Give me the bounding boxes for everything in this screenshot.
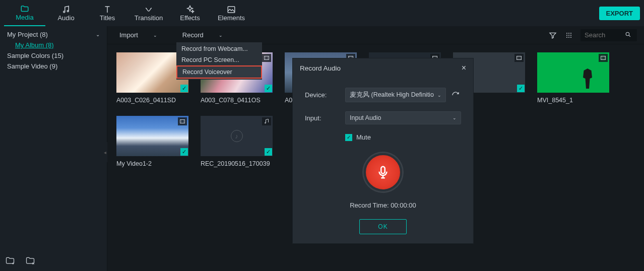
clip-label: A003_C078_0411OS <box>201 97 273 104</box>
svg-rect-25 <box>517 56 522 60</box>
record-time: Record Time: 00:00:00 <box>305 201 461 209</box>
import-label: Import <box>119 31 138 39</box>
media-clip[interactable]: ♪✓REC_20190516_170039 <box>201 116 273 167</box>
record-time-value: 00:00:00 <box>391 201 416 209</box>
sidebar-video[interactable]: Sample Video (9) <box>0 61 107 72</box>
new-folder-icon[interactable] <box>5 256 15 266</box>
content-toolbar: Import ⌄ Record ⌄ <box>107 26 644 44</box>
clip-label: REC_20190516_170039 <box>201 160 273 167</box>
record-label: Record <box>182 31 204 39</box>
close-icon[interactable]: × <box>462 63 466 73</box>
tool-effects[interactable]: Effects <box>169 0 211 26</box>
record-audio-modal: Record Audio × Device: 麦克风 (Realtek High… <box>292 58 474 244</box>
music-icon <box>61 5 71 14</box>
tool-elements-label: Elements <box>218 14 245 22</box>
tool-media[interactable]: Media <box>4 0 45 26</box>
device-label: Device: <box>305 91 345 99</box>
tool-titles[interactable]: Titles <box>87 0 128 26</box>
chevron-down-icon: ⌄ <box>153 33 157 38</box>
svg-point-6 <box>566 35 567 36</box>
record-button[interactable] <box>364 153 402 191</box>
sidebar-colors-label: Sample Colors (15) <box>7 52 63 59</box>
tool-elements[interactable]: Elements <box>211 0 252 26</box>
device-value: 麦克风 (Realtek High Definitio <box>350 91 434 99</box>
search-input[interactable] <box>581 29 637 41</box>
media-clip[interactable]: MVI_8545_1 <box>537 52 609 104</box>
input-value: Input Audio <box>350 114 381 121</box>
image-icon <box>227 5 236 14</box>
ok-button[interactable]: OK <box>359 219 407 234</box>
svg-point-9 <box>566 37 567 38</box>
record-voiceover-item[interactable]: Record Voiceover <box>176 65 262 79</box>
sidebar-album[interactable]: My Album (8) <box>0 40 107 50</box>
sidebar-project[interactable]: My Project (8) ⌄ <box>0 29 107 40</box>
record-time-label: Record Time: <box>350 201 389 209</box>
tool-transition[interactable]: Transition <box>128 0 169 26</box>
chevron-down-icon: ⌄ <box>437 93 441 98</box>
sidebar-colors[interactable]: Sample Colors (15) <box>0 50 107 61</box>
record-webcam-item[interactable]: Record from Webcam... <box>176 43 262 54</box>
tool-titles-label: Titles <box>100 14 115 22</box>
film-icon <box>262 54 271 62</box>
modal-title-text: Record Audio <box>300 64 341 72</box>
svg-point-12 <box>626 32 629 35</box>
text-icon <box>103 5 112 14</box>
check-icon: ✓ <box>517 85 525 92</box>
clip-label: MVI_8545_1 <box>537 97 609 104</box>
sidebar-video-label: Sample Video (9) <box>7 62 57 70</box>
tool-audio[interactable]: Audio <box>45 0 87 26</box>
record-dropdown[interactable]: Record ⌄ <box>177 29 228 41</box>
mute-label: Mute <box>356 133 371 141</box>
transition-icon <box>144 5 153 14</box>
export-button[interactable]: EXPORT <box>599 7 640 20</box>
chevron-down-icon: ⌄ <box>453 115 457 120</box>
tool-audio-label: Audio <box>57 14 74 22</box>
input-select[interactable]: Input Audio ⌄ <box>345 111 461 124</box>
refresh-icon[interactable] <box>450 90 461 101</box>
svg-rect-28 <box>601 56 606 60</box>
grid-view-icon[interactable] <box>564 31 573 40</box>
svg-rect-16 <box>265 56 269 60</box>
mute-checkbox[interactable]: ✓ <box>345 134 352 141</box>
svg-point-4 <box>568 33 569 34</box>
svg-point-11 <box>570 37 571 38</box>
check-icon: ✓ <box>180 148 188 156</box>
check-icon: ✓ <box>180 85 188 92</box>
delete-folder-icon[interactable] <box>25 256 35 266</box>
folder-icon <box>20 5 29 14</box>
svg-point-3 <box>566 33 567 34</box>
search-icon <box>625 31 631 39</box>
collapse-handle[interactable]: ◂ <box>102 142 107 162</box>
chevron-down-icon: ⌄ <box>96 32 100 37</box>
effects-icon <box>185 5 195 14</box>
clip-thumbnail <box>537 52 609 93</box>
media-clip[interactable]: ✓My Video1-2 <box>116 116 188 167</box>
import-dropdown[interactable]: Import ⌄ <box>114 29 162 41</box>
clip-label: A003_C026_0411SD <box>116 97 188 104</box>
film-icon <box>178 117 187 125</box>
filter-icon[interactable] <box>548 31 557 40</box>
device-select[interactable]: 麦克风 (Realtek High Definitio ⌄ <box>345 88 446 102</box>
svg-point-0 <box>63 11 65 13</box>
svg-rect-31 <box>180 120 185 123</box>
check-icon: ✓ <box>265 85 272 92</box>
check-icon: ✓ <box>265 148 272 156</box>
record-menu: Record from Webcam... Record PC Screen..… <box>176 42 262 80</box>
svg-point-5 <box>570 33 571 34</box>
search-field[interactable] <box>585 31 625 39</box>
svg-point-8 <box>570 35 571 36</box>
svg-point-10 <box>568 37 569 38</box>
modal-titlebar: Record Audio × <box>293 58 473 78</box>
svg-point-1 <box>67 10 69 12</box>
clip-label: My Video1-2 <box>116 160 188 167</box>
chevron-down-icon: ⌄ <box>219 33 223 38</box>
sidebar-project-label: My Project (8) <box>7 31 48 38</box>
sidebar: My Project (8) ⌄ My Album (8) Sample Col… <box>0 26 107 271</box>
tool-transition-label: Transition <box>135 14 163 22</box>
record-pcscreen-item[interactable]: Record PC Screen... <box>176 54 262 65</box>
tool-effects-label: Effects <box>180 14 200 22</box>
audio-icon <box>262 117 271 125</box>
clip-thumbnail: ♪✓ <box>201 116 273 156</box>
film-icon <box>514 54 524 62</box>
tool-media-label: Media <box>16 14 33 21</box>
